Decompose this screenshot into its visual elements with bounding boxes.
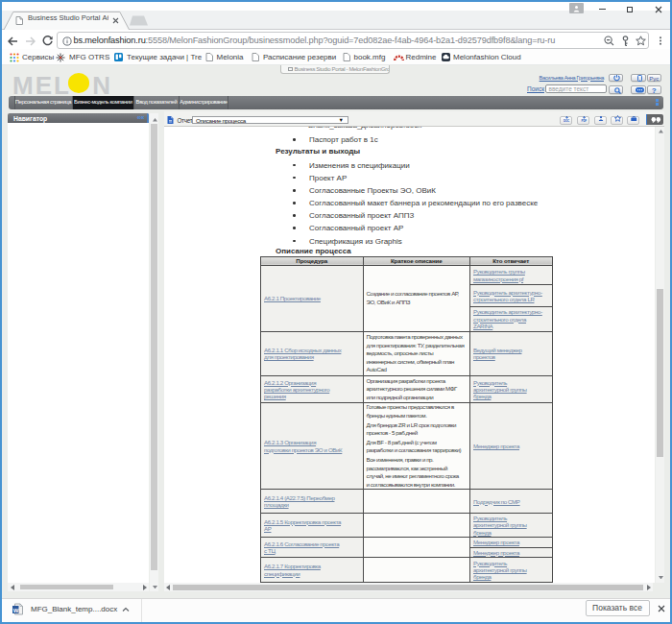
svg-text:PDF: PDF: [581, 118, 587, 121]
svg-text:DOC: DOC: [564, 118, 570, 121]
svg-text:W: W: [12, 607, 18, 612]
